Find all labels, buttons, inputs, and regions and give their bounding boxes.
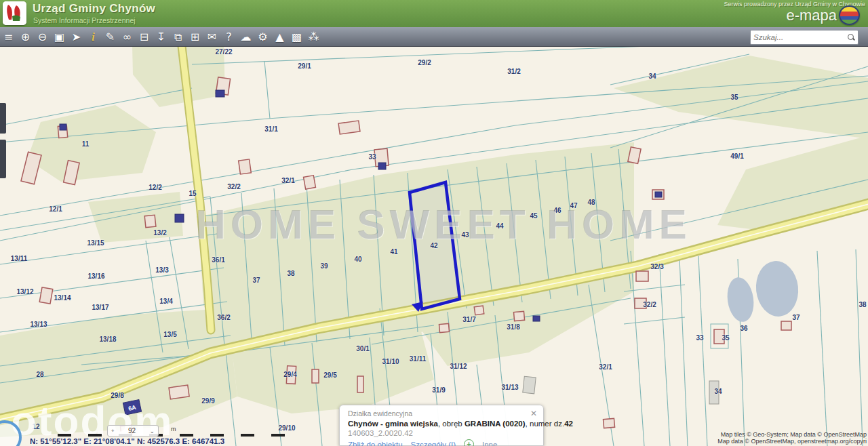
page-subtitle: System Informacji Przestrzennej: [33, 16, 136, 24]
scale-bar: [58, 434, 302, 437]
side-panel-tab[interactable]: [0, 103, 6, 134]
search-input[interactable]: [751, 33, 847, 41]
emapa-globe-icon: [839, 5, 860, 25]
chevron-down-icon[interactable]: ⌄: [149, 428, 155, 434]
parcel-text: , numer dz.: [526, 420, 565, 428]
parcel-text: , obręb: [438, 420, 465, 428]
settings-icon[interactable]: ⚙: [254, 28, 271, 46]
other-link[interactable]: Inne: [482, 441, 497, 446]
side-panel-tab[interactable]: [0, 140, 6, 178]
select-area-icon[interactable]: ▣: [51, 28, 68, 46]
scale-value: 92: [128, 427, 136, 434]
zoom-to-object-link[interactable]: Zbliż do obiektu: [348, 441, 403, 446]
coordinates-readout: N: 51°55'12.3" E: 21°08'04.1" N: 452576.…: [30, 437, 224, 445]
zoom-out-icon[interactable]: ⊖: [34, 28, 51, 46]
search-box: [750, 30, 859, 45]
zoom-in-icon[interactable]: ⊕: [17, 28, 34, 46]
parcel-municipality: Chynów - gmina wiejska: [348, 420, 438, 428]
emapa-brand: e-mapa: [786, 7, 837, 24]
download-icon[interactable]: ↧: [153, 28, 170, 46]
parcel-description: Chynów - gmina wiejska, obręb GRABINA (0…: [348, 420, 536, 428]
print-icon[interactable]: ⊟: [136, 28, 153, 46]
comment-icon[interactable]: ✉: [203, 28, 220, 46]
pointer-icon[interactable]: ➤: [68, 28, 85, 46]
details-link[interactable]: Szczegóły (I): [411, 441, 456, 446]
map-toolbar: ≡⊕⊖▣➤i✎∞⊟↧⧉⊞✉?☁⚙▲▩⁂: [0, 27, 868, 47]
menu-icon[interactable]: ≡: [0, 28, 17, 46]
scale-unit-label: m: [171, 426, 176, 432]
page-title: Urząd Gminy Chynów: [33, 2, 155, 16]
add-icon[interactable]: +: [464, 439, 474, 446]
cloud-upload-icon[interactable]: ☁: [237, 28, 254, 46]
copy-icon[interactable]: ⧉: [170, 28, 186, 46]
measure-icon[interactable]: ✎: [102, 28, 119, 46]
link-icon[interactable]: ∞: [119, 28, 136, 46]
close-icon[interactable]: ✕: [530, 409, 537, 418]
popup-title: Działka ewidencyjna: [348, 409, 536, 418]
app-header: Urząd Gminy Chynów System Informacji Prz…: [0, 0, 868, 28]
legend-icon[interactable]: ▩: [288, 28, 305, 46]
attribution-line1: Map tiles © Geo-System; Map data © OpenS…: [717, 431, 867, 438]
parcel-district: GRABINA (0020): [465, 420, 526, 428]
popup-actions: Zbliż do obiektu Szczegóły (I) + Inne: [348, 439, 536, 446]
emapa-gis-page: { "header": { "title": "Urząd Gminy Chyn…: [0, 0, 868, 446]
share-icon[interactable]: ⁂: [305, 28, 322, 46]
parcel-id: 140603_2.0020.42: [348, 429, 536, 437]
layout-icon[interactable]: ⊞: [186, 28, 203, 46]
info-icon[interactable]: i: [85, 28, 102, 46]
help-icon[interactable]: ?: [220, 28, 237, 46]
gray-buildings: [523, 376, 719, 404]
municipality-crest-logo: [3, 1, 26, 25]
pyramid-icon[interactable]: ▲: [271, 28, 288, 46]
scale-icon: ⌖: [111, 428, 115, 434]
attribution-line2: Map data © OpenStreetMap, openstreetmap.…: [717, 438, 867, 445]
toolbar-icons: ≡⊕⊖▣➤i✎∞⊟↧⧉⊞✉?☁⚙▲▩⁂: [0, 28, 322, 46]
watermark-home-sweet-home: HOME SWEET HOME: [195, 200, 692, 248]
scale-selector[interactable]: ⌖ 92 ⌄: [107, 425, 159, 437]
map-attribution: Map tiles © Geo-System; Map data © OpenS…: [717, 431, 867, 445]
search-icon[interactable]: [847, 33, 855, 41]
parcel-info-popup: ✕ Działka ewidencyjna Chynów - gmina wie…: [339, 405, 544, 446]
pond: [725, 259, 802, 323]
parcel-number: 42: [564, 420, 573, 428]
